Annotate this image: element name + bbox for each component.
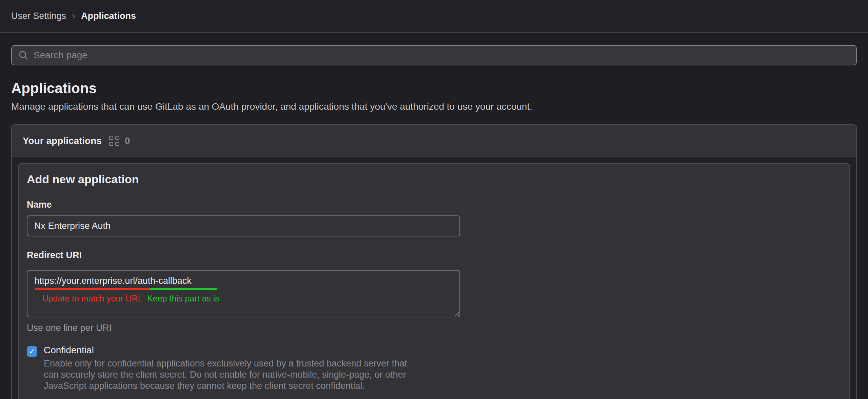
breadcrumb: User Settings › Applications	[11, 11, 136, 21]
checkmark-icon: ✓	[29, 348, 35, 355]
applications-count-badge: 0	[125, 135, 130, 146]
confidential-label[interactable]: Confidential	[44, 345, 407, 356]
card-title: Add new application	[27, 173, 841, 186]
confidential-help-text: Enable only for confidential application…	[44, 358, 407, 392]
your-applications-panel: Your applications 0 Add new application …	[11, 124, 857, 399]
main-content: Applications Manage applications that ca…	[0, 45, 868, 399]
confidential-text-block: Confidential Enable only for confidentia…	[44, 345, 407, 392]
resize-handle-icon[interactable]	[453, 310, 459, 316]
confidential-checkbox[interactable]: ✓	[27, 346, 37, 357]
panel-body: Add new application Name Redirect URI ht…	[12, 157, 856, 399]
chevron-right-icon: ›	[72, 10, 75, 21]
application-name-input[interactable]	[27, 215, 460, 236]
add-application-card: Add new application Name Redirect URI ht…	[18, 163, 850, 399]
applications-grid-icon	[109, 136, 119, 146]
help-line: JavaScript applications because they can…	[44, 380, 407, 392]
help-line: Enable only for confidential application…	[44, 358, 407, 369]
panel-header: Your applications 0	[12, 125, 856, 157]
redirect-uri-hint: Use one line per URI	[27, 323, 841, 333]
underline-markers	[35, 288, 453, 290]
breadcrumb-applications: Applications	[81, 11, 136, 21]
confidential-field: ✓ Confidential Enable only for confident…	[27, 345, 841, 392]
top-bar: User Settings › Applications	[0, 0, 868, 33]
search-icon	[18, 50, 29, 61]
green-annotation-text: Keep this part as is	[150, 294, 217, 303]
underline-annotations: Update to match your URL Keep this part …	[35, 294, 453, 303]
page-search	[11, 45, 857, 65]
red-underline	[35, 288, 150, 290]
green-underline	[150, 288, 217, 290]
help-line: can securely store the client secret. Do…	[44, 369, 407, 380]
redirect-uri-textarea[interactable]: https://your.enterprise.url/auth-callbac…	[27, 270, 460, 317]
name-label: Name	[27, 200, 841, 210]
panel-title: Your applications	[23, 135, 102, 146]
redirect-uri-label: Redirect URI	[27, 250, 841, 260]
page-description: Manage applications that can use GitLab …	[11, 101, 857, 112]
breadcrumb-user-settings[interactable]: User Settings	[11, 11, 66, 21]
red-annotation-text: Update to match your URL	[35, 294, 150, 303]
redirect-uri-value: https://your.enterprise.url/auth-callbac…	[34, 275, 453, 287]
page-title: Applications	[11, 80, 857, 97]
search-input[interactable]	[11, 45, 857, 65]
